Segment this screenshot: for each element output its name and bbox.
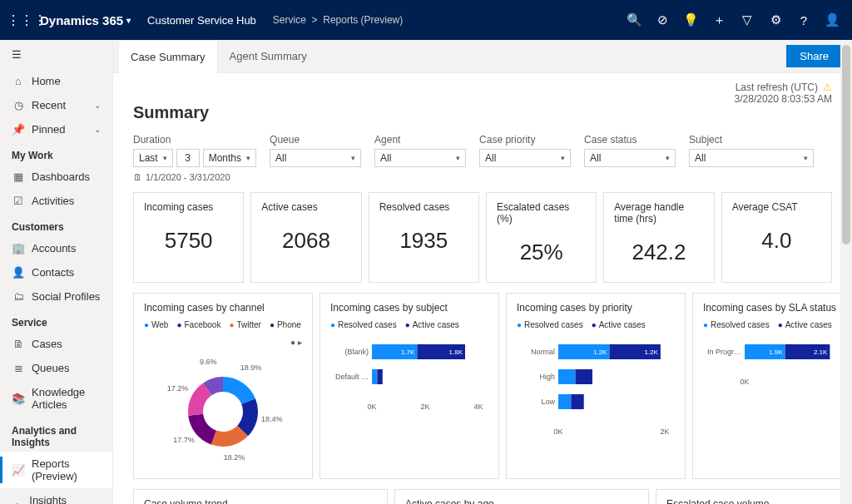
duration-unit-select[interactable]: Months▾ — [203, 149, 256, 167]
app-name: Customer Service Hub — [137, 14, 266, 27]
nav-queues[interactable]: ≣Queues — [0, 356, 112, 380]
kpi-card[interactable]: Resolved cases1935 — [369, 192, 479, 283]
nav-knowledge[interactable]: 📚Knowledge Articles — [0, 380, 112, 417]
svg-text:4K: 4K — [473, 403, 483, 411]
chart-age[interactable]: Active cases by age 50010001500200017932… — [394, 489, 649, 504]
filter-priority-label: Case priority — [479, 134, 571, 146]
tab-case-summary[interactable]: Case Summary — [118, 40, 218, 73]
svg-text:2K: 2K — [660, 427, 669, 436]
kpi-card[interactable]: Incoming cases5750 — [133, 192, 244, 283]
kpi-card[interactable]: Average handle time (hrs)242.2 — [603, 192, 714, 283]
scrollbar[interactable] — [840, 40, 852, 504]
kpi-card[interactable]: Average CSAT4.0 — [721, 192, 832, 283]
filter-duration-label: Duration — [133, 134, 256, 146]
breadcrumb-reports[interactable]: Reports (Preview) — [323, 14, 403, 26]
top-bar: ⋮⋮⋮ Dynamics 365▾ Customer Service Hub S… — [0, 0, 852, 40]
chart-trend[interactable]: Case volume trend Resolved casesActive c… — [133, 489, 388, 504]
user-icon[interactable]: 👤 — [819, 0, 845, 40]
donut-chart: 18.9%18.4%18.2%17.7%17.2%9.6% — [144, 353, 302, 470]
svg-rect-24 — [575, 369, 592, 384]
kpi-label: Incoming cases — [144, 201, 233, 213]
nav-social[interactable]: 🗂Social Profiles — [0, 284, 112, 309]
svg-text:18.4%: 18.4% — [261, 415, 283, 423]
date-range: 🗓1/1/2020 - 3/31/2020 — [133, 172, 832, 182]
bar-chart: Normal1.2K1.2KHighLow0K2K — [517, 336, 675, 452]
share-button[interactable]: Share — [786, 45, 842, 67]
kpi-value: 1935 — [379, 228, 468, 262]
svg-rect-23 — [558, 369, 575, 384]
nav-pinned[interactable]: 📌Pinned⌄ — [0, 117, 112, 141]
nav-activities[interactable]: ☑Activities — [0, 189, 112, 213]
app-launcher-icon[interactable]: ⋮⋮⋮ — [7, 12, 33, 28]
chart-escalated[interactable]: Escalated case volume 100%80%60%40%25.3% — [656, 489, 844, 504]
settings-icon[interactable]: ⚙ — [762, 0, 789, 40]
pin-icon: 📌 — [12, 123, 25, 136]
svg-text:High: High — [539, 373, 555, 381]
task-icon[interactable]: ⊘ — [649, 0, 676, 40]
warning-icon: ⚠ — [823, 82, 832, 93]
status-select[interactable]: All▾ — [584, 149, 676, 167]
scrollbar-thumb[interactable] — [842, 45, 850, 245]
svg-text:17.2%: 17.2% — [167, 384, 189, 393]
nav-reports[interactable]: 📈Reports (Preview) — [0, 452, 112, 488]
chart-sla[interactable]: Incoming cases by SLA status Resolved ca… — [692, 293, 852, 479]
svg-text:17.7%: 17.7% — [173, 436, 195, 444]
kpi-label: Average handle time (hrs) — [614, 201, 703, 225]
add-icon[interactable]: ＋ — [706, 0, 732, 40]
section-service: Service — [0, 309, 112, 332]
activities-icon: ☑ — [12, 195, 25, 207]
nav-home[interactable]: ⌂Home — [0, 69, 112, 93]
nav-dashboards[interactable]: ▦Dashboards — [0, 165, 112, 189]
svg-text:2K: 2K — [420, 403, 429, 411]
bulb-icon[interactable]: 💡 — [677, 0, 704, 40]
search-icon[interactable]: 🔍 — [621, 0, 647, 40]
section-customers: Customers — [0, 213, 112, 236]
chart-priority[interactable]: Incoming cases by priority Resolved case… — [506, 293, 686, 479]
help-icon[interactable]: ? — [790, 0, 817, 40]
agent-select[interactable]: All▾ — [374, 149, 466, 167]
chevron-down-icon: ⌄ — [94, 125, 101, 134]
svg-rect-26 — [558, 394, 571, 409]
home-icon: ⌂ — [12, 75, 25, 87]
kpi-card[interactable]: Active cases2068 — [250, 192, 361, 283]
svg-text:9.6%: 9.6% — [200, 358, 217, 366]
nav-insights[interactable]: ◍Insights (Preview) — [0, 488, 112, 504]
queues-icon: ≣ — [12, 362, 25, 374]
breadcrumb: Service > Reports (Preview) — [266, 14, 403, 26]
chevron-right-icon[interactable]: ▸ — [290, 338, 302, 347]
priority-select[interactable]: All▾ — [479, 149, 571, 167]
kpi-value: 4.0 — [732, 228, 821, 262]
calendar-icon: 🗓 — [133, 172, 142, 182]
nav-contacts[interactable]: 👤Contacts — [0, 260, 112, 284]
chart-row-2: Case volume trend Resolved casesActive c… — [133, 489, 832, 504]
breadcrumb-service[interactable]: Service — [273, 14, 306, 26]
filter-icon[interactable]: ▽ — [734, 0, 760, 40]
duration-num-input[interactable]: 3 — [176, 149, 200, 167]
top-actions: 🔍 ⊘ 💡 ＋ ▽ ⚙ ? 👤 — [621, 0, 845, 40]
dashboard-icon: ▦ — [12, 170, 25, 183]
last-refresh: Last refresh (UTC)⚠ 3/28/2020 8:03:53 AM — [735, 82, 832, 105]
nav-cases[interactable]: 🗎Cases — [0, 332, 112, 356]
svg-text:2.1K: 2.1K — [814, 348, 828, 356]
brand[interactable]: Dynamics 365▾ — [33, 13, 137, 27]
tab-agent-summary[interactable]: Agent Summary — [218, 40, 319, 72]
queue-select[interactable]: All▾ — [270, 149, 361, 167]
filter-subject-label: Subject — [689, 134, 814, 146]
duration-last-select[interactable]: Last▾ — [133, 149, 173, 167]
kpi-value: 242.2 — [614, 240, 703, 274]
section-analytics: Analytics and Insights — [0, 417, 112, 452]
chart-channel[interactable]: Incoming cases by channel Web Facebook T… — [133, 293, 313, 479]
sidebar: ☰ ⌂Home ◷Recent⌄ 📌Pinned⌄ My Work ▦Dashb… — [0, 40, 113, 504]
subject-select[interactable]: All▾ — [689, 149, 814, 167]
kpi-label: Escalated cases (%) — [497, 201, 586, 225]
svg-text:0K: 0K — [553, 427, 562, 436]
nav-accounts[interactable]: 🏢Accounts — [0, 236, 112, 260]
filter-agent-label: Agent — [374, 134, 466, 146]
kpi-card[interactable]: Escalated cases (%)25% — [486, 192, 597, 283]
kpi-value: 5750 — [144, 228, 233, 262]
nav-recent[interactable]: ◷Recent⌄ — [0, 93, 112, 117]
svg-text:Low: Low — [541, 398, 555, 406]
hamburger-icon[interactable]: ☰ — [0, 40, 112, 69]
chart-subject[interactable]: Incoming cases by subject Resolved cases… — [320, 293, 499, 479]
svg-text:0K: 0K — [740, 378, 749, 386]
